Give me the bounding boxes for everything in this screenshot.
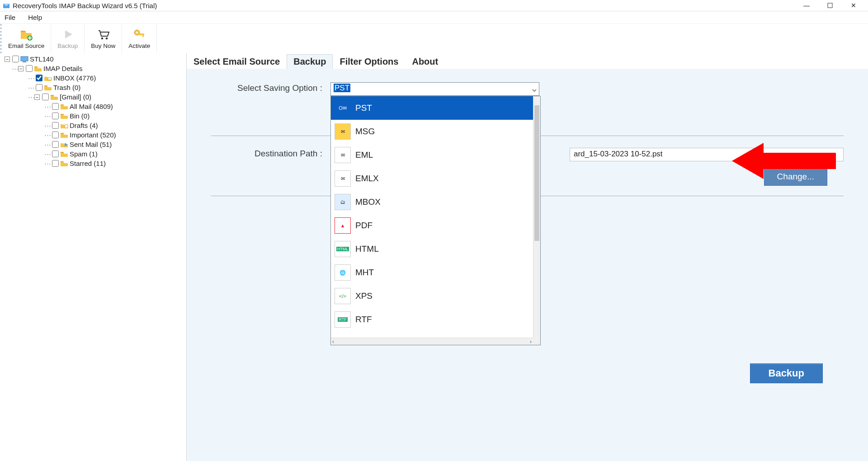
- svg-rect-14: [65, 125, 68, 128]
- tool-label: Activate: [128, 42, 150, 49]
- dest-path-label: Destination Path :: [211, 148, 330, 159]
- main-panel: Select Email Source Backup Filter Option…: [186, 53, 868, 461]
- folder-icon: [50, 94, 58, 100]
- dropdown-vscroll[interactable]: [533, 96, 540, 338]
- tool-backup: Backup: [51, 24, 85, 53]
- dropdown-option-html[interactable]: HTMLHTML: [331, 237, 533, 261]
- saving-option-input[interactable]: PST: [330, 82, 539, 96]
- tree-spam[interactable]: ⋯Spam (1): [0, 149, 186, 159]
- tree-starred[interactable]: ⋯Starred (11): [0, 159, 186, 168]
- tree-bin[interactable]: ⋯Bin (0): [0, 111, 186, 121]
- toolbar: Email Source Backup Buy Now Activate: [0, 24, 868, 53]
- tree-important[interactable]: ⋯Important (520): [0, 130, 186, 140]
- app-icon: [3, 2, 10, 9]
- tab-backup[interactable]: Backup: [287, 54, 333, 69]
- svg-rect-11: [21, 56, 28, 61]
- tree-imap[interactable]: ⋯−IMAP Details: [0, 64, 186, 73]
- tree-allmail[interactable]: ⋯All Mail (4809): [0, 102, 186, 111]
- tab-select-source[interactable]: Select Email Source: [187, 54, 287, 69]
- window-title: RecoveryTools IMAP Backup Wizard v6.5 (T…: [13, 2, 157, 9]
- maximize-button[interactable]: [818, 0, 842, 11]
- annotation-arrow: [732, 138, 840, 185]
- menubar: File Help: [0, 11, 868, 24]
- inbox-icon: [44, 75, 52, 81]
- dropdown-option-mbox[interactable]: 🗂MBOX: [331, 190, 533, 214]
- folder-icon: [34, 66, 42, 72]
- folder-icon: [60, 132, 68, 138]
- tree-root[interactable]: −STL140: [0, 54, 186, 64]
- saving-option-combobox[interactable]: PST O✉PST✉MSG✉EML✉EMLX🗂MBOX▲PDFHTMLHTML🌐…: [330, 82, 539, 96]
- dropdown-option-emlx[interactable]: ✉EMLX: [331, 167, 533, 190]
- dropdown-option-rtf[interactable]: RTFRTF: [331, 308, 533, 331]
- saving-option-dropdown[interactable]: O✉PST✉MSG✉EML✉EMLX🗂MBOX▲PDFHTMLHTML🌐MHT<…: [330, 96, 541, 345]
- menu-help[interactable]: Help: [28, 14, 42, 21]
- minimize-button[interactable]: —: [795, 0, 818, 11]
- dropdown-option-msg[interactable]: ✉MSG: [331, 120, 533, 143]
- key-icon: [133, 28, 146, 41]
- tabs: Select Email Source Backup Filter Option…: [187, 53, 868, 69]
- folder-icon: [60, 113, 68, 119]
- play-icon: [61, 28, 74, 41]
- svg-point-8: [136, 32, 138, 33]
- tool-label: Backup: [57, 42, 78, 49]
- tool-buy-now[interactable]: Buy Now: [85, 24, 122, 53]
- dropdown-option-xps[interactable]: </>XPS: [331, 284, 533, 308]
- svg-rect-2: [828, 3, 832, 8]
- svg-rect-13: [48, 78, 52, 80]
- svg-rect-10: [142, 35, 144, 37]
- titlebar: RecoveryTools IMAP Backup Wizard v6.5 (T…: [0, 0, 868, 11]
- tool-label: Email Source: [8, 42, 44, 49]
- backup-button[interactable]: Backup: [750, 363, 823, 383]
- close-button[interactable]: ✕: [842, 0, 865, 11]
- tree-inbox[interactable]: ⋯INBOX (4776): [0, 73, 186, 83]
- tool-label: Buy Now: [91, 42, 115, 49]
- tab-about[interactable]: About: [405, 54, 445, 69]
- dropdown-option-pst[interactable]: O✉PST: [331, 96, 533, 120]
- tab-filter[interactable]: Filter Options: [333, 54, 405, 69]
- drafts-icon: [60, 122, 68, 129]
- tree-sentmail[interactable]: ⋯Sent Mail (51): [0, 140, 186, 149]
- svg-rect-9: [139, 33, 144, 35]
- computer-icon: [20, 56, 28, 62]
- cart-icon: [97, 28, 109, 41]
- tree-trash[interactable]: ⋯Trash (0): [0, 83, 186, 92]
- sent-icon: [60, 141, 68, 148]
- svg-point-5: [101, 38, 104, 40]
- folder-icon: [60, 103, 68, 110]
- saving-option-label: Select Saving Option :: [211, 82, 330, 93]
- folder-icon: [60, 160, 68, 167]
- folder-plus-icon: [20, 28, 33, 41]
- tool-activate[interactable]: Activate: [122, 24, 157, 53]
- folder-icon: [44, 85, 52, 91]
- svg-marker-4: [65, 30, 72, 38]
- dropdown-option-pdf[interactable]: ▲PDF: [331, 214, 533, 237]
- dropdown-hscroll[interactable]: ‹›: [331, 338, 533, 345]
- tree-drafts[interactable]: ⋯Drafts (4): [0, 121, 186, 130]
- chevron-down-icon[interactable]: [532, 86, 537, 91]
- svg-point-6: [106, 38, 108, 40]
- tool-email-source[interactable]: Email Source: [0, 24, 51, 53]
- tree-gmail[interactable]: ⋯−[Gmail] (0): [0, 92, 186, 102]
- dropdown-option-mht[interactable]: 🌐MHT: [331, 261, 533, 284]
- svg-rect-12: [23, 61, 26, 62]
- menu-file[interactable]: File: [5, 14, 15, 21]
- svg-marker-16: [732, 143, 836, 179]
- dropdown-option-eml[interactable]: ✉EML: [331, 143, 533, 167]
- folder-tree[interactable]: −STL140 ⋯−IMAP Details ⋯INBOX (4776) ⋯Tr…: [0, 53, 186, 461]
- folder-icon: [60, 151, 68, 157]
